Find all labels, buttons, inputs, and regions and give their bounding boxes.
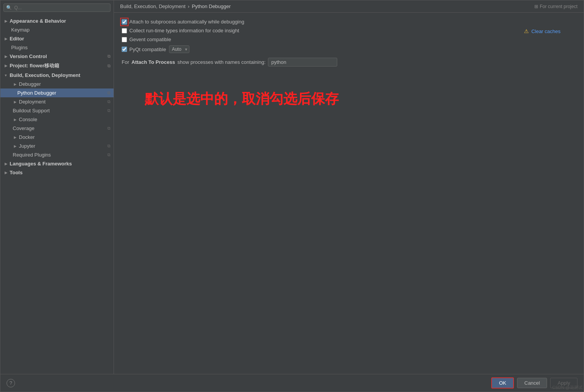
project-icon: ⊞ — [534, 4, 538, 9]
attach-process-bold: Attach To Process — [132, 59, 175, 65]
sidebar-item-python-debugger[interactable]: Python Debugger ⧉ — [0, 88, 114, 97]
gevent-checkbox-wrapper[interactable]: Gevent compatible — [122, 37, 171, 42]
pyqt-checkbox-wrapper[interactable]: PyQt compatible — [122, 47, 166, 52]
sidebar-item-languages[interactable]: ▶ Languages & Frameworks — [0, 159, 114, 168]
copy-icon: ⧉ — [107, 54, 110, 59]
sidebar-item-jupyter[interactable]: ▶ Jupyter ⧉ — [0, 142, 114, 150]
sidebar-item-label: Plugins — [11, 45, 28, 50]
dialog-body: 🔍 ▶ Appearance & Behavior Keymap ▶ Edito… — [0, 0, 584, 374]
sidebar-item-label: Docker — [19, 134, 35, 140]
main-content: Build, Execution, Deployment › Python De… — [114, 0, 584, 374]
search-box[interactable]: 🔍 — [3, 3, 110, 12]
attach-process-suffix: show processes with names containing: — [177, 59, 266, 65]
sidebar-item-coverage[interactable]: Coverage ⧉ — [0, 124, 114, 133]
copy-icon: ⧉ — [107, 90, 110, 95]
sidebar-item-project[interactable]: ▶ Project: flower移动箱 ⧉ — [0, 61, 114, 71]
sidebar-item-label: Deployment — [19, 99, 45, 105]
sidebar-item-label: Appearance & Behavior — [10, 18, 66, 24]
expand-icon: ▶ — [13, 82, 17, 87]
sidebar-item-label: Jupyter — [19, 143, 35, 149]
expand-icon: ▶ — [3, 54, 8, 59]
attach-subprocess-row: Attach to subprocess automatically while… — [122, 19, 337, 25]
sidebar-item-label: Required Plugins — [13, 152, 51, 158]
copy-icon: ⧉ — [107, 63, 110, 68]
copy-icon: ⧉ — [107, 126, 110, 131]
sidebar: 🔍 ▶ Appearance & Behavior Keymap ▶ Edito… — [0, 0, 114, 374]
sidebar-item-label: Console — [19, 117, 37, 122]
warning-icon: ⚠ — [524, 28, 529, 34]
sidebar-item-appearance[interactable]: ▶ Appearance & Behavior — [0, 17, 114, 25]
gevent-label: Gevent compatible — [129, 37, 171, 42]
expand-icon: ▶ — [3, 170, 8, 175]
sidebar-item-console[interactable]: ▶ Console — [0, 115, 114, 124]
sidebar-item-editor[interactable]: ▶ Editor — [0, 34, 114, 43]
pyqt-label: PyQt compatible — [129, 47, 166, 52]
copy-icon: ⧉ — [107, 99, 110, 104]
breadcrumb-current: Python Debugger — [192, 3, 231, 9]
sidebar-item-label: Coverage — [13, 125, 34, 131]
collect-runtime-checkbox-wrapper[interactable]: Collect run-time types information for c… — [122, 28, 239, 33]
search-icon: 🔍 — [6, 5, 12, 10]
expand-icon: ▶ — [13, 117, 17, 122]
attach-subprocess-checkbox[interactable] — [122, 19, 127, 25]
expand-icon: ▶ — [3, 37, 8, 41]
sidebar-item-required-plugins[interactable]: Required Plugins ⧉ — [0, 150, 114, 159]
pyqt-dropdown-wrapper[interactable]: Auto Yes No ▼ — [169, 45, 189, 53]
sidebar-item-debugger[interactable]: ▶ Debugger — [0, 80, 114, 88]
help-button[interactable]: ? — [7, 379, 15, 387]
breadcrumb-separator: › — [188, 3, 189, 9]
expand-icon: ▶ — [3, 19, 8, 23]
for-current-project: ⊞ For current project — [534, 4, 577, 9]
expand-icon: ▶ — [13, 100, 17, 104]
watermark: CSDN @花测试 — [552, 385, 582, 390]
copy-icon: ⧉ — [107, 108, 110, 113]
breadcrumb-parent: Build, Execution, Deployment — [120, 3, 186, 9]
sidebar-item-build[interactable]: ▼ Build, Execution, Deployment — [0, 71, 114, 80]
pyqt-checkbox[interactable] — [122, 47, 127, 52]
sidebar-item-label: Tools — [10, 170, 23, 175]
cancel-button[interactable]: Cancel — [517, 378, 547, 388]
sidebar-item-label: Editor — [10, 36, 24, 42]
attach-process-prefix: For — [122, 59, 129, 65]
settings-dialog: 🔍 ▶ Appearance & Behavior Keymap ▶ Edito… — [0, 0, 584, 392]
expand-icon: ▶ — [13, 135, 17, 140]
sidebar-item-label: Buildout Support — [13, 108, 50, 113]
clear-caches-button[interactable]: Clear caches — [531, 28, 561, 34]
sidebar-item-tools[interactable]: ▶ Tools — [0, 168, 114, 177]
settings-area: Attach to subprocess automatically while… — [114, 13, 584, 374]
sidebar-item-docker[interactable]: ▶ Docker — [0, 133, 114, 142]
expand-icon: ▶ — [3, 162, 8, 166]
sidebar-items: ▶ Appearance & Behavior Keymap ▶ Editor … — [0, 15, 114, 374]
sidebar-item-label: Build, Execution, Deployment — [10, 72, 80, 78]
attach-subprocess-label: Attach to subprocess automatically while… — [129, 19, 244, 25]
breadcrumb-bar: Build, Execution, Deployment › Python De… — [114, 0, 584, 13]
process-name-input[interactable] — [268, 58, 337, 67]
sidebar-item-label: Version Control — [10, 53, 47, 59]
expand-icon: ▶ — [13, 144, 17, 148]
expand-icon: ▼ — [3, 73, 8, 78]
sidebar-item-label: Languages & Frameworks — [10, 161, 72, 167]
for-current-project-label: For current project — [540, 4, 577, 9]
sidebar-item-label: Python Debugger — [17, 90, 56, 96]
ok-button[interactable]: OK — [491, 377, 514, 389]
gevent-row: Gevent compatible — [122, 37, 337, 42]
sidebar-item-buildout[interactable]: Buildout Support ⧉ — [0, 106, 114, 115]
sidebar-item-label: Debugger — [19, 81, 41, 87]
sidebar-item-plugins[interactable]: Plugins — [0, 43, 114, 52]
bottom-left: ? — [7, 379, 15, 387]
pyqt-dropdown[interactable]: Auto Yes No — [169, 45, 189, 53]
copy-icon: ⧉ — [107, 143, 110, 148]
attach-process-row: For Attach To Process show processes wit… — [122, 58, 337, 67]
sidebar-item-deployment[interactable]: ▶ Deployment ⧉ — [0, 97, 114, 106]
sidebar-item-label: Project: flower移动箱 — [10, 62, 59, 69]
collect-runtime-checkbox[interactable] — [122, 28, 127, 33]
help-label: ? — [9, 380, 12, 386]
sidebar-item-keymap[interactable]: Keymap — [0, 25, 114, 34]
breadcrumb: Build, Execution, Deployment › Python De… — [120, 3, 231, 9]
sidebar-item-version-control[interactable]: ▶ Version Control ⧉ — [0, 52, 114, 61]
search-input[interactable] — [14, 5, 108, 10]
attach-subprocess-checkbox-wrapper[interactable]: Attach to subprocess automatically while… — [122, 19, 244, 25]
copy-icon: ⧉ — [107, 152, 110, 157]
gevent-checkbox[interactable] — [122, 37, 127, 42]
sidebar-item-label: Keymap — [11, 27, 30, 33]
